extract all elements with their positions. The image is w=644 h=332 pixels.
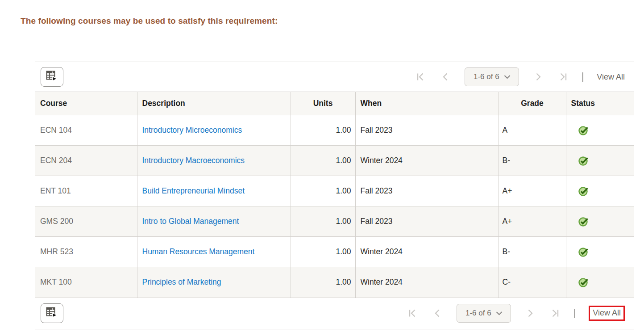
course-description-link[interactable]: Introductory Microeconomics — [142, 126, 242, 134]
pagination-bottom: 1-6 of 6 View All — [407, 304, 625, 323]
grid-toolbar-top: 1-6 of 6 View All — [35, 62, 634, 92]
grade-cell: A — [499, 115, 566, 146]
course-code-cell: ENT 101 — [35, 176, 137, 206]
page-range-label: 1-6 of 6 — [474, 72, 499, 81]
grid-toolbar-bottom: 1-6 of 6 View All — [35, 298, 634, 329]
status-cell — [566, 237, 634, 267]
course-description-link[interactable]: Intro to Global Management — [142, 217, 239, 226]
column-header-units: Units — [291, 92, 355, 115]
column-header-status: Status — [566, 92, 634, 115]
last-page-icon[interactable] — [557, 71, 569, 83]
courses-table: Course Description Units When Grade Stat… — [35, 92, 634, 298]
column-header-course: Course — [35, 92, 137, 115]
when-cell: Fall 2023 — [355, 206, 499, 237]
when-cell: Winter 2024 — [355, 237, 499, 267]
grade-cell: C- — [499, 267, 566, 298]
grid-action-menu-icon — [46, 71, 58, 83]
column-header-grade: Grade — [499, 92, 566, 115]
pagination-separator — [582, 72, 583, 82]
description-cell: Human Resources Management — [137, 237, 291, 267]
green-check-taken-icon — [578, 216, 589, 225]
grid-action-menu-icon — [46, 307, 58, 319]
chevron-down-icon — [504, 72, 511, 81]
units-cell: 1.00 — [291, 267, 355, 298]
table-row: MKT 100Principles of Marketing1.00Winter… — [35, 267, 634, 298]
table-row: GMS 200Intro to Global Management1.00Fal… — [35, 206, 634, 237]
green-check-taken-icon — [578, 186, 589, 195]
grade-cell: B- — [499, 237, 566, 267]
when-cell: Fall 2023 — [355, 176, 499, 206]
last-page-icon[interactable] — [549, 307, 561, 319]
course-code-cell: ECN 204 — [35, 146, 137, 176]
grid-action-menu-button[interactable] — [41, 67, 63, 87]
table-header-row: Course Description Units When Grade Stat… — [35, 92, 634, 115]
course-description-link[interactable]: Principles of Marketing — [142, 277, 221, 286]
description-cell: Introductory Microeconomics — [137, 115, 291, 146]
next-page-icon[interactable] — [532, 71, 544, 83]
next-page-icon[interactable] — [524, 307, 536, 319]
first-page-icon[interactable] — [415, 71, 426, 83]
status-cell — [566, 176, 634, 206]
course-code-cell: MHR 523 — [35, 237, 137, 267]
units-cell: 1.00 — [291, 176, 355, 206]
course-description-link[interactable]: Build Entrepreneurial Mindset — [142, 186, 245, 195]
page-title: The following courses may be used to sat… — [21, 16, 278, 26]
description-cell: Intro to Global Management — [137, 206, 291, 237]
view-all-link-bottom[interactable]: View All — [589, 306, 625, 321]
green-check-taken-icon — [578, 155, 589, 164]
table-row: ENT 101Build Entrepreneurial Mindset1.00… — [35, 176, 634, 206]
when-cell: Winter 2024 — [355, 267, 499, 298]
page-range-dropdown[interactable]: 1-6 of 6 — [465, 67, 519, 86]
description-cell: Build Entrepreneurial Mindset — [137, 176, 291, 206]
grade-cell: A+ — [499, 176, 566, 206]
table-row: ECN 204Introductory Macroeconomics1.00Wi… — [35, 146, 634, 176]
table-row: MHR 523Human Resources Management1.00Win… — [35, 237, 634, 267]
pagination-top: 1-6 of 6 View All — [415, 67, 625, 86]
course-code-cell: MKT 100 — [35, 267, 137, 298]
green-check-taken-icon — [578, 125, 589, 134]
when-cell: Winter 2024 — [355, 146, 499, 176]
grid-action-menu-button-bottom[interactable] — [41, 303, 63, 323]
first-page-icon[interactable] — [407, 307, 418, 319]
table-body: ECN 104Introductory Microeconomics1.00Fa… — [35, 115, 634, 298]
course-code-cell: ECN 104 — [35, 115, 137, 146]
green-check-taken-icon — [578, 247, 589, 256]
status-cell — [566, 206, 634, 237]
pagination-separator — [574, 309, 575, 318]
courses-grid: 1-6 of 6 View All — [35, 62, 634, 329]
column-header-when: When — [355, 92, 499, 115]
status-cell — [566, 146, 634, 176]
column-header-description: Description — [137, 92, 291, 115]
table-row: ECN 104Introductory Microeconomics1.00Fa… — [35, 115, 634, 146]
status-cell — [566, 267, 634, 298]
page-range-dropdown-bottom[interactable]: 1-6 of 6 — [457, 304, 511, 323]
status-cell — [566, 115, 634, 146]
page-range-label: 1-6 of 6 — [465, 309, 491, 318]
course-description-link[interactable]: Introductory Macroeconomics — [142, 156, 245, 165]
course-code-cell: GMS 200 — [35, 206, 137, 237]
grade-cell: B- — [499, 146, 566, 176]
units-cell: 1.00 — [291, 146, 355, 176]
previous-page-icon[interactable] — [432, 307, 443, 319]
previous-page-icon[interactable] — [440, 71, 451, 83]
green-check-taken-icon — [578, 277, 589, 286]
units-cell: 1.00 — [291, 115, 355, 146]
description-cell: Introductory Macroeconomics — [137, 146, 291, 176]
grade-cell: A+ — [499, 206, 566, 237]
when-cell: Fall 2023 — [355, 115, 499, 146]
view-all-link-top[interactable]: View All — [597, 72, 625, 82]
units-cell: 1.00 — [291, 206, 355, 237]
description-cell: Principles of Marketing — [137, 267, 291, 298]
course-description-link[interactable]: Human Resources Management — [142, 247, 255, 256]
chevron-down-icon — [496, 309, 503, 318]
units-cell: 1.00 — [291, 237, 355, 267]
